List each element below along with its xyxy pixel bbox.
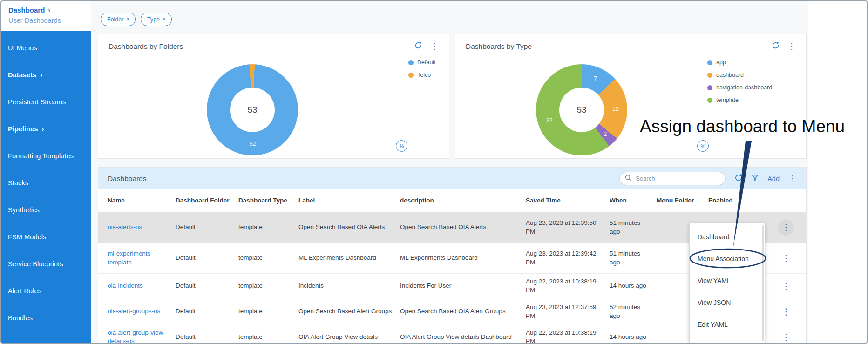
- column-header-actions: [765, 198, 807, 203]
- legend-label: app: [716, 59, 726, 66]
- segment-value-label: 32: [546, 117, 553, 124]
- panel-header: Dashboards Add ⋮: [98, 168, 806, 189]
- donut-total: 53: [576, 105, 586, 115]
- row-kebab-menu-icon[interactable]: ⋮: [782, 254, 791, 263]
- sidebar-item-stacks[interactable]: Stacks: [1, 169, 91, 196]
- sidebar-item-service-blueprints[interactable]: Service Blueprints: [1, 250, 91, 277]
- table-cell: Default: [176, 220, 238, 235]
- menu-item-edit-yaml[interactable]: Edit YAML: [690, 313, 765, 335]
- sidebar-item-bundles[interactable]: Bundles: [1, 304, 91, 331]
- legend-item-app[interactable]: app: [707, 58, 772, 67]
- table-cell: 14 hours ago: [610, 278, 657, 293]
- add-button[interactable]: Add: [767, 175, 780, 182]
- sidebar-item-synthetics[interactable]: Synthetics: [1, 196, 91, 223]
- context-menu: DashboardMenu AssociationView YAMLView J…: [689, 223, 765, 344]
- row-actions-cell: ⋮: [765, 278, 807, 294]
- filter-icon[interactable]: [752, 175, 759, 183]
- row-kebab-menu-icon[interactable]: ⋮: [782, 307, 791, 316]
- menu-scrollbar[interactable]: [762, 225, 764, 341]
- dashboards-by-type-card: Dashboards by Type ⋮ 53 712232 appdashbo…: [455, 34, 807, 159]
- menu-item-dashboard[interactable]: Dashboard: [690, 226, 765, 248]
- legend-item-navigation-dashboard[interactable]: navigation-dashboard: [707, 83, 772, 92]
- breadcrumb: Dashboard › User Dashboards: [1, 1, 91, 31]
- legend-swatch-icon: [408, 73, 414, 78]
- table-cell: Default: [176, 278, 238, 293]
- sidebar-item-persistent-streams[interactable]: Persistent Streams: [1, 88, 91, 115]
- table-cell: ML Experiments Dashboard: [298, 250, 400, 265]
- column-header-description[interactable]: description: [400, 194, 526, 208]
- card-title: Dashboards by Folders: [108, 42, 183, 51]
- row-kebab-menu-icon[interactable]: ⋮: [782, 282, 791, 290]
- column-header-saved-time[interactable]: Saved Time: [526, 194, 610, 208]
- search-icon: [625, 175, 631, 183]
- row-actions-cell: ⋮: [765, 216, 807, 239]
- type-donut-chart[interactable]: 53 712232: [536, 64, 627, 155]
- folder-filter-dropdown[interactable]: Folder ▾: [101, 13, 136, 26]
- column-header-dashboard-type[interactable]: Dashboard Type: [238, 194, 298, 208]
- search-box[interactable]: [619, 172, 726, 185]
- table-cell: 51 minutes ago: [610, 216, 657, 239]
- sidebar-item-alert-rules[interactable]: Alert Rules: [1, 277, 91, 304]
- table-cell: Open Search Based Alert Groups: [298, 304, 400, 319]
- column-header-enabled[interactable]: Enabled: [708, 194, 765, 208]
- percent-toggle-icon[interactable]: %: [697, 140, 709, 152]
- row-actions-cell: ⋮: [765, 304, 807, 319]
- legend-swatch-icon: [707, 98, 712, 103]
- panel-kebab-menu-icon[interactable]: ⋮: [788, 175, 797, 183]
- row-kebab-menu-icon[interactable]: ⋮: [782, 333, 791, 342]
- refresh-icon[interactable]: [414, 41, 422, 51]
- segment-value-label: 12: [612, 106, 619, 112]
- table-cell: Open Search Based OIA Alerts: [400, 220, 526, 235]
- sidebar-item-ui-menus[interactable]: UI Menus: [1, 34, 91, 61]
- folder-filter-label: Folder: [107, 16, 123, 23]
- donut-total: 53: [247, 105, 257, 115]
- sidebar-item-pipelines[interactable]: Pipelines›: [1, 115, 91, 142]
- legend-item-default[interactable]: Default: [408, 58, 436, 67]
- annotation-text: Assign dashboard to Menu: [640, 117, 845, 136]
- legend-swatch-icon: [707, 85, 712, 90]
- table-cell: OIA Alert Group View details: [298, 330, 400, 344]
- panel-title: Dashboards: [108, 175, 147, 183]
- app-window: Dashboard › User Dashboards UI MenusData…: [0, 0, 868, 344]
- filter-bar: Folder ▾ Type ▾: [101, 13, 172, 26]
- card-kebab-menu-icon[interactable]: ⋮: [430, 42, 439, 51]
- breadcrumb-dashboard[interactable]: Dashboard: [8, 6, 45, 14]
- row-kebab-menu-icon[interactable]: ⋮: [778, 220, 794, 236]
- type-filter-dropdown[interactable]: Type ▾: [141, 13, 172, 26]
- dashboard-name-link[interactable]: oia-alert-groups-os: [98, 304, 176, 319]
- column-header-label[interactable]: Label: [298, 194, 400, 208]
- table-cell: 14 hours ago: [610, 330, 657, 344]
- column-header-name[interactable]: Name: [98, 194, 176, 208]
- menu-item-menu-association[interactable]: Menu Association: [690, 248, 765, 270]
- dashboard-name-link[interactable]: oia-incidents: [98, 278, 176, 293]
- column-header-dashboard-folder[interactable]: Dashboard Folder: [176, 194, 238, 208]
- legend-item-telco[interactable]: Telco: [408, 71, 436, 79]
- legend-item-template[interactable]: template: [707, 96, 772, 104]
- column-header-when[interactable]: When: [610, 194, 657, 208]
- table-cell: 51 minutes ago: [610, 246, 657, 270]
- search-input[interactable]: [635, 175, 720, 182]
- legend-label: template: [716, 97, 739, 103]
- segment-value-label: 7: [594, 75, 597, 82]
- menu-item-view-json[interactable]: View JSON: [690, 291, 765, 313]
- refresh-icon[interactable]: [734, 174, 743, 184]
- column-header-menu-folder[interactable]: Menu Folder: [657, 194, 708, 208]
- percent-toggle-icon[interactable]: %: [396, 140, 407, 152]
- sidebar-item-formatting-templates[interactable]: Formatting Templates: [1, 142, 91, 169]
- breadcrumb-user-dashboards[interactable]: User Dashboards: [8, 17, 91, 24]
- dashboard-name-link[interactable]: oia-alert-group-view-details-os: [98, 325, 176, 344]
- sidebar-item-datasets[interactable]: Datasets›: [1, 61, 91, 88]
- refresh-icon[interactable]: [772, 41, 780, 51]
- menu-item-view-yaml[interactable]: View YAML: [690, 270, 765, 291]
- sidebar-item-fsm-models[interactable]: FSM Models: [1, 223, 91, 250]
- chevron-right-icon: ›: [48, 7, 50, 14]
- dashboard-name-link[interactable]: oia-alerts-os: [98, 220, 176, 235]
- table-cell: Incidents For User: [400, 278, 526, 293]
- chevron-down-icon: ▾: [127, 17, 129, 21]
- dashboard-name-link[interactable]: ml-experiments-template: [98, 246, 176, 270]
- table-cell: Open Search Based OIA Alerts: [298, 220, 400, 235]
- folders-donut-chart[interactable]: 53 52: [207, 64, 298, 155]
- legend-item-dashboard[interactable]: dashboard: [707, 71, 772, 79]
- row-actions-cell: ⋮: [765, 250, 807, 266]
- card-kebab-menu-icon[interactable]: ⋮: [787, 42, 796, 51]
